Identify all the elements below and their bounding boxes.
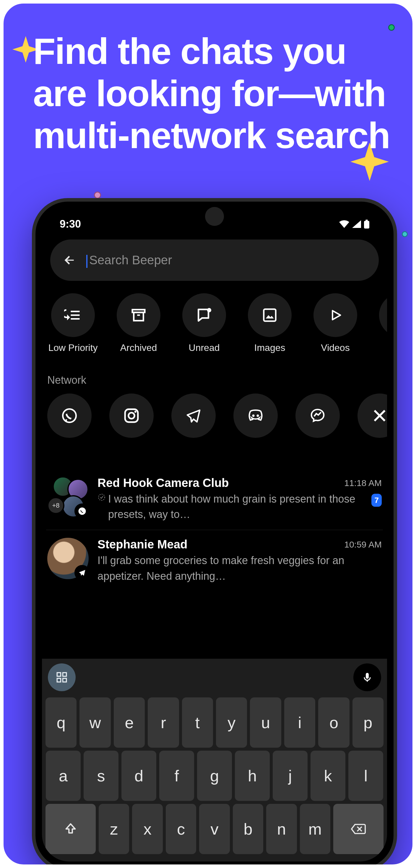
search-input[interactable]: Search Beeper (86, 253, 367, 267)
whatsapp-badge-icon (74, 503, 90, 519)
filter-videos[interactable]: Videos (310, 293, 361, 353)
telegram-icon (185, 407, 202, 424)
key-y[interactable]: y (216, 698, 247, 748)
svg-rect-6 (264, 309, 276, 321)
network-instagram[interactable] (109, 394, 154, 438)
key-c[interactable]: c (166, 804, 196, 854)
key-v[interactable]: v (199, 804, 230, 854)
svg-point-16 (99, 494, 105, 500)
key-p[interactable]: p (352, 698, 384, 748)
key-j[interactable]: j (273, 751, 308, 801)
key-b[interactable]: b (233, 804, 263, 854)
camera-notch (205, 207, 224, 226)
app-screen: 9:30 Search Beeper (42, 208, 387, 862)
avatar (47, 538, 89, 579)
chat-time: 11:18 AM (344, 478, 382, 488)
filter-row: Low Priority Archived Unread Images Vide… (42, 286, 387, 365)
chat-preview: I'll grab some groceries to make fresh v… (97, 553, 382, 584)
key-a[interactable]: a (46, 751, 81, 801)
svg-point-5 (207, 308, 212, 312)
key-e[interactable]: e (114, 698, 145, 748)
back-button[interactable] (62, 253, 77, 268)
decor-dot (402, 231, 408, 237)
search-bar[interactable]: Search Beeper (50, 240, 379, 281)
svg-point-15 (78, 507, 86, 515)
unread-icon (196, 307, 213, 324)
shift-icon (64, 822, 77, 836)
messenger-icon (309, 407, 326, 424)
whatsapp-icon (61, 407, 78, 425)
key-i[interactable]: i (284, 698, 315, 748)
archive-icon (130, 307, 147, 323)
key-g[interactable]: g (197, 751, 232, 801)
key-l[interactable]: l (348, 751, 383, 801)
key-z[interactable]: z (99, 804, 129, 854)
filter-unread[interactable]: Unread (179, 293, 230, 353)
network-x[interactable] (357, 394, 387, 438)
promo-slide: Find the chats you are looking for—with … (0, 0, 416, 868)
image-icon (262, 307, 278, 323)
key-n[interactable]: n (266, 804, 297, 854)
network-heading: Network (42, 365, 387, 390)
chat-time: 10:59 AM (344, 539, 382, 550)
key-q[interactable]: q (45, 698, 76, 748)
key-s[interactable]: s (84, 751, 119, 801)
instagram-icon (123, 407, 140, 424)
network-whatsapp[interactable] (47, 394, 92, 438)
decor-dot (388, 24, 395, 31)
key-r[interactable]: r (148, 698, 179, 748)
network-discord[interactable] (233, 394, 278, 438)
svg-point-12 (134, 411, 136, 413)
svg-point-9 (63, 409, 76, 423)
backspace-key[interactable] (333, 804, 384, 854)
decor-dot (94, 192, 101, 199)
mic-button[interactable] (353, 663, 381, 691)
keyboard: qwertyuiop asdfghjkl zxcvbnm (42, 659, 387, 862)
svg-rect-1 (365, 220, 368, 221)
svg-point-13 (252, 414, 255, 417)
key-d[interactable]: d (122, 751, 156, 801)
play-icon (328, 308, 342, 322)
svg-rect-20 (63, 679, 66, 682)
filter-images[interactable]: Images (244, 293, 295, 353)
shift-key[interactable] (45, 804, 96, 854)
svg-rect-3 (134, 312, 143, 321)
key-x[interactable]: x (132, 804, 162, 854)
filter-archived[interactable]: Archived (113, 293, 164, 353)
chat-name: Red Hook Camera Club (97, 476, 229, 490)
sent-status-icon (97, 493, 106, 501)
filter-locations[interactable]: Locat (375, 293, 387, 353)
key-u[interactable]: u (250, 698, 281, 748)
wifi-icon (339, 220, 349, 228)
svg-rect-17 (57, 673, 61, 676)
key-m[interactable]: m (300, 804, 330, 854)
chat-row[interactable]: Stephanie Mead 10:59 AM I'll grab some g… (46, 530, 383, 591)
svg-point-14 (257, 414, 259, 417)
keyboard-switcher-button[interactable] (48, 663, 76, 691)
filter-low-priority[interactable]: Low Priority (47, 293, 99, 353)
x-icon (372, 408, 387, 423)
backspace-icon (350, 823, 366, 835)
key-w[interactable]: w (79, 698, 110, 748)
telegram-badge-icon (74, 565, 90, 580)
chat-preview: I was think about how much grain is pres… (108, 491, 369, 522)
key-t[interactable]: t (182, 698, 213, 748)
key-k[interactable]: k (311, 751, 345, 801)
svg-rect-19 (57, 679, 61, 682)
key-f[interactable]: f (159, 751, 194, 801)
svg-point-11 (129, 413, 134, 418)
key-o[interactable]: o (318, 698, 349, 748)
svg-rect-4 (137, 315, 140, 316)
network-row (42, 390, 387, 452)
group-avatar: +8 (47, 476, 89, 518)
mic-icon (361, 672, 373, 683)
network-telegram[interactable] (171, 394, 216, 438)
key-h[interactable]: h (235, 751, 270, 801)
chat-name: Stephanie Mead (97, 538, 188, 551)
chat-row[interactable]: +8 Red Hook Camera Club 11:18 AM I was t… (46, 469, 383, 530)
svg-rect-0 (364, 221, 369, 228)
status-time: 9:30 (60, 218, 81, 230)
grid-icon (56, 671, 68, 684)
chat-list: +8 Red Hook Camera Club 11:18 AM I was t… (42, 452, 387, 592)
network-messenger[interactable] (295, 394, 340, 438)
